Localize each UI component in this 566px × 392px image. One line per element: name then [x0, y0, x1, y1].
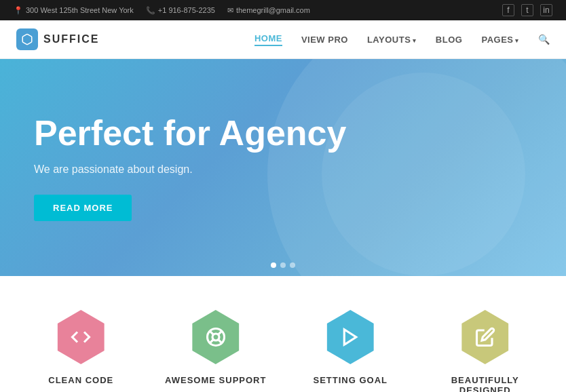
phone-info: 📞 +1 916-875-2235: [146, 6, 215, 15]
feature-design: BEAUTIFULLY DESIGNED The point of using …: [425, 310, 546, 392]
feature-clean-code: CLEAN CODE The point of using Lorem Ipsu…: [20, 310, 142, 392]
email-info: ✉ themegrill@gmail.com: [227, 6, 310, 15]
feature-icon-goal: [323, 310, 377, 364]
feature-goal: SETTING GOAL The point of using Lorem Ip…: [290, 310, 411, 392]
logo-icon: [16, 28, 38, 50]
feature-icon-support: [189, 310, 243, 364]
nav-pages[interactable]: PAGES: [481, 35, 519, 45]
nav-layouts[interactable]: LAYOUTS: [367, 35, 417, 45]
address-text: 300 West 125th Street New York: [26, 6, 134, 14]
feature-icon-code: [54, 310, 108, 364]
feature-title-3: SETTING GOAL: [290, 375, 411, 385]
email-icon: ✉: [227, 6, 233, 15]
feature-icon-design: [458, 310, 512, 364]
linkedin-link[interactable]: in: [540, 4, 552, 16]
hero-content: Perfect for Agency We are passionate abo…: [34, 114, 346, 221]
twitter-link[interactable]: t: [521, 4, 533, 16]
search-icon[interactable]: 🔍: [538, 34, 550, 45]
logo-link[interactable]: SUFFICE: [16, 28, 99, 50]
phone-icon: 📞: [146, 6, 155, 15]
svg-line-2: [210, 331, 213, 334]
svg-marker-6: [345, 330, 357, 345]
svg-line-5: [210, 340, 213, 343]
slider-dot-1[interactable]: [271, 262, 276, 268]
location-icon: 📍: [14, 6, 23, 15]
slider-dots: [271, 262, 295, 268]
hero-subtitle: We are passionate about design.: [34, 163, 346, 176]
social-links: f t in: [502, 4, 552, 16]
slider-dot-2[interactable]: [280, 262, 286, 268]
svg-point-1: [212, 334, 219, 340]
nav-links: HOME VIEW PRO LAYOUTS BLOG PAGES 🔍: [254, 33, 550, 46]
logo-text: SUFFICE: [43, 33, 99, 45]
feature-support: AWESOME SUPPORT The point of using Lorem…: [155, 310, 277, 392]
address-info: 📍 300 West 125th Street New York: [14, 6, 134, 15]
read-more-button[interactable]: READ MORE: [34, 195, 132, 221]
nav-viewpro[interactable]: VIEW PRO: [301, 35, 348, 45]
phone-text: +1 916-875-2235: [158, 6, 215, 14]
hero-title: Perfect for Agency: [34, 114, 346, 153]
hero-section: Perfect for Agency We are passionate abo…: [0, 59, 566, 276]
feature-title-4: BEAUTIFULLY DESIGNED: [425, 375, 546, 392]
top-bar: 📍 300 West 125th Street New York 📞 +1 91…: [0, 0, 566, 20]
feature-title-2: AWESOME SUPPORT: [155, 375, 277, 385]
nav-blog[interactable]: BLOG: [436, 35, 463, 45]
feature-title-1: CLEAN CODE: [20, 375, 142, 385]
slider-dot-3[interactable]: [290, 262, 295, 268]
facebook-link[interactable]: f: [502, 4, 514, 16]
features-section: CLEAN CODE The point of using Lorem Ipsu…: [0, 276, 566, 392]
top-bar-left: 📍 300 West 125th Street New York 📞 +1 91…: [14, 6, 310, 15]
svg-line-4: [218, 331, 221, 334]
navbar: SUFFICE HOME VIEW PRO LAYOUTS BLOG PAGES…: [0, 20, 566, 59]
email-text: themegrill@gmail.com: [236, 6, 310, 14]
svg-line-3: [218, 340, 221, 343]
nav-home[interactable]: HOME: [254, 33, 282, 46]
